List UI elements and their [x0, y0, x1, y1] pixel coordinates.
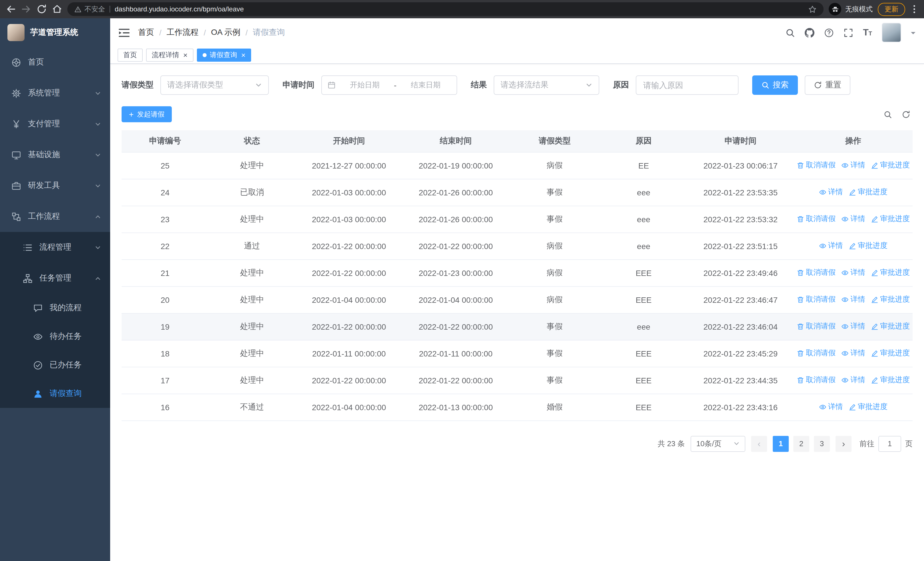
sidebar-item-8[interactable]: 我的流程 — [0, 294, 110, 322]
browser-menu-icon[interactable] — [910, 5, 918, 14]
cell-apply-no: 23 — [122, 206, 208, 233]
progress-link[interactable]: 审批进度 — [871, 375, 910, 385]
progress-link[interactable]: 审批进度 — [871, 321, 910, 332]
detail-link[interactable]: 详情 — [841, 348, 865, 358]
close-icon[interactable]: × — [183, 51, 188, 59]
detail-link[interactable]: 详情 — [841, 160, 865, 170]
chevron-down-icon[interactable] — [911, 32, 915, 36]
workflow-icon — [11, 212, 21, 221]
table-toolbar-right — [884, 110, 913, 119]
page-button-1[interactable]: 1 — [773, 436, 789, 451]
progress-link[interactable]: 审批进度 — [871, 160, 910, 170]
cell-apply-time: 2022-01-22 23:45:29 — [687, 340, 794, 367]
detail-link[interactable]: 详情 — [819, 402, 843, 412]
cancel-link[interactable]: 取消请假 — [797, 321, 836, 332]
detail-link[interactable]: 详情 — [841, 214, 865, 224]
close-icon[interactable]: × — [241, 51, 245, 59]
breadcrumb-item-2[interactable]: OA 示例 — [211, 27, 240, 38]
chevron-down-icon — [95, 121, 101, 127]
table-row: 18处理中2022-01-11 00:00:002022-01-11 00:00… — [122, 340, 913, 367]
apply-time-group: 申请时间 开始日期 - 结束日期 — [282, 75, 457, 95]
detail-link[interactable]: 详情 — [841, 268, 865, 278]
column-header-7: 操作 — [794, 130, 913, 152]
user-avatar[interactable] — [882, 23, 901, 42]
prev-page-button[interactable]: ‹ — [751, 436, 767, 451]
detail-link[interactable]: 详情 — [819, 187, 843, 197]
progress-link[interactable]: 审批进度 — [849, 241, 888, 251]
search-button[interactable]: 搜索 — [752, 75, 798, 95]
sidebar-item-1[interactable]: 系统管理 — [0, 78, 110, 108]
progress-link[interactable]: 审批进度 — [871, 295, 910, 305]
url-text[interactable]: dashboard.yudao.iocoder.cn/bpm/oa/leave — [115, 5, 804, 13]
detail-label: 详情 — [828, 187, 843, 197]
end-date-input[interactable]: 结束日期 — [400, 80, 451, 90]
font-size-icon[interactable]: TT — [863, 28, 872, 37]
reset-button[interactable]: 重置 — [805, 75, 850, 95]
sidebar-collapse-icon[interactable] — [119, 28, 129, 38]
detail-link[interactable]: 详情 — [841, 295, 865, 305]
sidebar-item-10[interactable]: 已办任务 — [0, 351, 110, 379]
sidebar-item-6[interactable]: 流程管理 — [0, 232, 110, 263]
sidebar-item-3[interactable]: 基础设施 — [0, 139, 110, 170]
sidebar-item-4[interactable]: 研发工具 — [0, 170, 110, 201]
sidebar-item-2[interactable]: 支付管理 — [0, 108, 110, 139]
cancel-link[interactable]: 取消请假 — [797, 160, 836, 170]
cancel-link[interactable]: 取消请假 — [797, 348, 836, 358]
bookmark-star-icon[interactable] — [808, 5, 817, 14]
sidebar-item-7[interactable]: 任务管理 — [0, 263, 110, 294]
search-icon[interactable] — [785, 28, 795, 38]
next-page-button[interactable]: › — [836, 436, 852, 451]
sidebar-item-5[interactable]: 工作流程 — [0, 201, 110, 232]
sidebar-item-9[interactable]: 待办任务 — [0, 322, 110, 351]
apply-time-range-picker[interactable]: 开始日期 - 结束日期 — [321, 75, 457, 95]
page-button-3[interactable]: 3 — [814, 436, 830, 451]
cancel-link[interactable]: 取消请假 — [797, 268, 836, 278]
tab-2[interactable]: 请假查询× — [196, 48, 251, 62]
browser-home-icon[interactable] — [52, 4, 62, 14]
update-button[interactable]: 更新 — [878, 3, 905, 16]
progress-link[interactable]: 审批进度 — [871, 348, 910, 358]
page-button-2[interactable]: 2 — [793, 436, 809, 451]
progress-link[interactable]: 审批进度 — [871, 268, 910, 278]
reason-input[interactable] — [636, 75, 738, 95]
github-icon[interactable] — [805, 28, 814, 38]
detail-link[interactable]: 详情 — [841, 321, 865, 332]
cell-leave-type: 病假 — [509, 286, 600, 313]
column-header-4: 请假类型 — [509, 130, 600, 152]
page-size-select[interactable]: 10条/页 — [691, 436, 746, 451]
refresh-table-icon[interactable] — [902, 110, 910, 119]
sidebar-item-0[interactable]: 首页 — [0, 47, 110, 78]
progress-link[interactable]: 审批进度 — [871, 214, 910, 224]
create-leave-button[interactable]: + 发起请假 — [122, 106, 172, 122]
sidebar-item-11[interactable]: 请假查询 — [0, 379, 110, 408]
security-status[interactable]: 不安全 — [74, 4, 105, 14]
tab-1[interactable]: 流程详情× — [146, 48, 193, 62]
detail-link[interactable]: 详情 — [819, 241, 843, 251]
breadcrumb-item-0[interactable]: 首页 — [138, 27, 154, 38]
progress-link[interactable]: 审批进度 — [849, 187, 888, 197]
goto-page-input[interactable] — [878, 436, 901, 451]
result-select[interactable]: 请选择流结果 — [494, 75, 599, 95]
breadcrumb-item-1[interactable]: 工作流程 — [166, 27, 199, 38]
filter-form: 请假类型 请选择请假类型 申请时间 开始日期 - 结束日期 — [122, 75, 913, 95]
cell-reason: EEE — [600, 394, 687, 420]
leave-type-group: 请假类型 请选择请假类型 — [122, 75, 269, 95]
browser-refresh-icon[interactable] — [36, 4, 47, 14]
browser-forward-icon[interactable] — [21, 4, 32, 14]
progress-link[interactable]: 审批进度 — [849, 402, 888, 412]
start-date-input[interactable]: 开始日期 — [340, 80, 390, 90]
fullscreen-icon[interactable] — [843, 28, 853, 38]
address-bar[interactable]: 不安全 dashboard.yudao.iocoder.cn/bpm/oa/le… — [68, 2, 824, 16]
tab-0[interactable]: 首页 — [118, 48, 142, 62]
cancel-link[interactable]: 取消请假 — [797, 375, 836, 385]
cell-operations: 取消请假详情审批进度 — [794, 259, 913, 286]
leave-type-select[interactable]: 请选择请假类型 — [160, 75, 269, 95]
app-logo[interactable]: 芋道管理系统 — [0, 18, 110, 47]
cancel-link[interactable]: 取消请假 — [797, 214, 836, 224]
help-icon[interactable] — [824, 28, 834, 38]
page-content: 请假类型 请选择请假类型 申请时间 开始日期 - 结束日期 — [110, 64, 924, 561]
browser-back-icon[interactable] — [6, 4, 16, 14]
search-toggle-icon[interactable] — [884, 110, 892, 119]
detail-link[interactable]: 详情 — [841, 375, 865, 385]
cancel-link[interactable]: 取消请假 — [797, 295, 836, 305]
